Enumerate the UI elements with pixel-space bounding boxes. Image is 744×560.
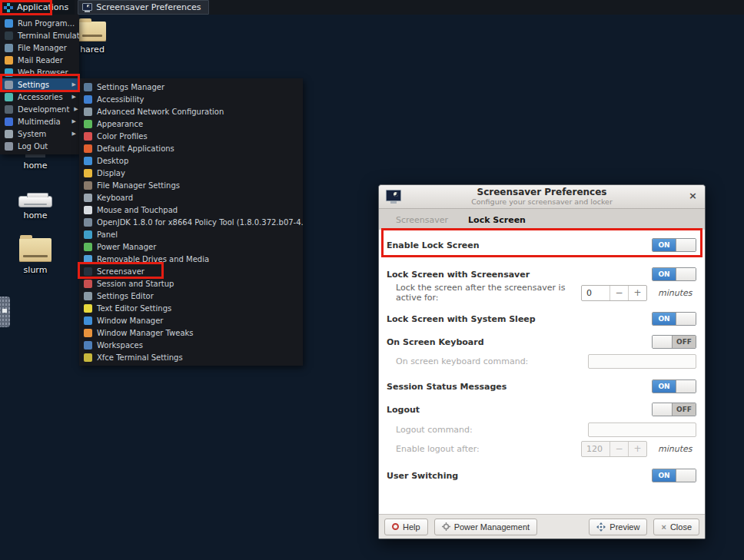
menu-item-openjdk-1-8-0-for-x8664-policy-tool-1-8-[interactable]: OpenJDK 1.8.0 for x8664 Policy Tool (1.8… xyxy=(79,216,303,228)
toggle-on-label: ON xyxy=(653,469,676,482)
close-icon[interactable]: × xyxy=(689,190,697,202)
accessories-icon xyxy=(5,93,13,101)
menu-item-mouse-and-touchpad[interactable]: Mouse and Touchpad xyxy=(79,204,303,216)
toggle-on-screen-keyboard[interactable]: OFF xyxy=(652,335,696,349)
toggle-lock-screen-with-system-sleep[interactable]: ON xyxy=(652,312,696,326)
menu-item-terminal-emulator[interactable]: Terminal Emulator xyxy=(0,29,79,41)
toggle-off-label: OFF xyxy=(673,403,696,416)
run-program-icon xyxy=(5,19,13,28)
menu-item-color-profiles[interactable]: Color Profiles xyxy=(79,130,303,142)
menu-item-mail-reader[interactable]: Mail Reader xyxy=(0,54,79,66)
development-icon xyxy=(5,105,13,114)
menu-item-label: Default Applications xyxy=(97,144,174,153)
menu-item-advanced-network-configuration[interactable]: Advanced Network Configuration xyxy=(79,105,303,118)
menu-item-keyboard[interactable]: Keyboard xyxy=(79,191,303,204)
menu-item-log-out[interactable]: Log Out xyxy=(0,140,79,152)
menu-item-accessories[interactable]: Accessories▶ xyxy=(0,91,79,103)
tab-lock-screen[interactable]: Lock Screen xyxy=(468,215,526,225)
menu-item-accessibility[interactable]: Accessibility xyxy=(79,93,303,105)
toggle-lock-screen-with-screensaver[interactable]: ON xyxy=(652,267,696,281)
menu-item-window-manager-tweaks[interactable]: Window Manager Tweaks xyxy=(79,326,303,339)
spinbox-lock-the-screen-after-the-screensaver-is[interactable]: 0−+ xyxy=(581,285,647,301)
tab-screensaver[interactable]: Screensaver xyxy=(396,215,448,225)
menu-item-workspaces[interactable]: Workspaces xyxy=(79,339,303,351)
menu-item-panel[interactable]: Panel xyxy=(79,228,303,240)
menu-item-file-manager[interactable]: File Manager xyxy=(0,41,79,54)
menu-item-file-manager-settings[interactable]: File Manager Settings xyxy=(79,179,303,191)
workspaces-icon xyxy=(84,341,92,350)
menu-item-appearance[interactable]: Appearance xyxy=(79,118,303,130)
menu-item-removable-drives-and-media[interactable]: Removable Drives and Media xyxy=(79,253,303,265)
menu-item-system[interactable]: System▶ xyxy=(0,128,79,140)
spin-increment-icon[interactable]: + xyxy=(628,286,646,300)
panel-reveal-handle[interactable] xyxy=(0,297,10,327)
close-button[interactable]: × Close xyxy=(653,519,699,535)
help-icon xyxy=(392,523,399,530)
dialog-tabs: Screensaver Lock Screen xyxy=(379,209,705,231)
toggle-session-status-messages[interactable]: ON xyxy=(652,379,696,393)
applications-menu: Run Program...Terminal EmulatorFile Mana… xyxy=(0,15,79,154)
menu-item-run-program[interactable]: Run Program... xyxy=(0,17,79,29)
setting-row-enable-logout-after: Enable logout after:120−+minutes xyxy=(396,439,696,458)
menu-item-development[interactable]: Development▶ xyxy=(0,103,79,115)
setting-label: User Switching xyxy=(387,471,458,481)
menu-item-settings[interactable]: Settings▶ xyxy=(0,78,79,91)
window-manager-icon xyxy=(84,316,92,325)
menu-item-label: Mail Reader xyxy=(18,56,63,65)
toggle-handle xyxy=(676,239,696,251)
spin-increment-icon[interactable]: + xyxy=(628,442,646,456)
preview-icon xyxy=(596,522,606,532)
menu-item-settings-manager[interactable]: Settings Manager xyxy=(79,81,303,93)
taskbar-item-screensaver-preferences[interactable]: Screensaver Preferences xyxy=(78,0,209,15)
input-on-screen-keyboard-command[interactable] xyxy=(588,354,696,369)
help-button[interactable]: Help xyxy=(384,519,428,535)
menu-item-text-editor-settings[interactable]: Text Editor Settings xyxy=(79,302,303,314)
spin-decrement-icon[interactable]: − xyxy=(609,286,628,300)
menu-item-web-browser[interactable]: Web Browser xyxy=(0,66,79,78)
input-logout-command[interactable] xyxy=(588,422,696,437)
menu-item-display[interactable]: Display xyxy=(79,167,303,179)
dialog-footer: Help Power Management Preview × Close xyxy=(379,514,705,538)
spin-decrement-icon[interactable]: − xyxy=(609,442,628,456)
desktop-icon xyxy=(84,157,92,165)
desktop-icon-home-1[interactable]: home xyxy=(8,152,63,171)
settings-submenu: Settings ManagerAccessibilityAdvanced Ne… xyxy=(79,78,303,366)
wm-tweaks-icon xyxy=(84,329,92,337)
menu-item-label: Appearance xyxy=(97,120,143,128)
top-panel: Applications Screensaver Preferences xyxy=(0,0,744,15)
accessibility-icon xyxy=(84,95,92,104)
menu-item-label: Settings Manager xyxy=(97,83,164,91)
menu-item-power-manager[interactable]: Power Manager xyxy=(79,240,303,253)
desktop-icon-slurm[interactable]: slurm xyxy=(8,238,63,275)
menu-item-settings-editor[interactable]: Settings Editor xyxy=(79,290,303,302)
menu-item-screensaver[interactable]: Screensaver xyxy=(79,265,303,277)
dialog-title: Screensaver Preferences xyxy=(379,187,705,197)
menu-item-xfce-terminal-settings[interactable]: Xfce Terminal Settings xyxy=(79,351,303,363)
spinbox-enable-logout-after[interactable]: 120−+ xyxy=(581,441,647,457)
menu-item-label: Log Out xyxy=(18,142,48,151)
power-manager-icon xyxy=(84,243,92,251)
menu-item-label: Window Manager Tweaks xyxy=(97,329,194,337)
power-management-button[interactable]: Power Management xyxy=(434,519,537,535)
session-startup-icon xyxy=(84,280,92,288)
menu-item-desktop[interactable]: Desktop xyxy=(79,154,303,167)
applications-menu-button[interactable]: Applications xyxy=(0,0,75,15)
drive-icon xyxy=(18,196,52,207)
toggle-user-switching[interactable]: ON xyxy=(652,469,696,482)
menu-item-default-applications[interactable]: Default Applications xyxy=(79,142,303,154)
setting-row-user-switching: User SwitchingON xyxy=(387,466,696,485)
toggle-enable-lock-screen[interactable]: ON xyxy=(652,238,696,252)
power-management-icon xyxy=(442,522,450,531)
menu-item-label: Multimedia xyxy=(18,118,61,126)
toggle-logout[interactable]: OFF xyxy=(652,403,696,416)
dialog-titlebar[interactable]: Screensaver Preferences Configure your s… xyxy=(379,185,705,209)
menu-item-label: Text Editor Settings xyxy=(97,304,171,313)
menu-item-session-and-startup[interactable]: Session and Startup xyxy=(79,277,303,290)
desktop-icon-home-2[interactable]: home xyxy=(8,196,63,220)
menu-item-multimedia[interactable]: Multimedia▶ xyxy=(0,115,79,128)
preview-button[interactable]: Preview xyxy=(589,519,647,535)
setting-row-logout: LogoutOFF xyxy=(387,400,696,419)
menu-item-label: Settings Editor xyxy=(97,292,154,300)
menu-item-window-manager[interactable]: Window Manager xyxy=(79,314,303,326)
menu-item-label: Display xyxy=(97,169,125,177)
